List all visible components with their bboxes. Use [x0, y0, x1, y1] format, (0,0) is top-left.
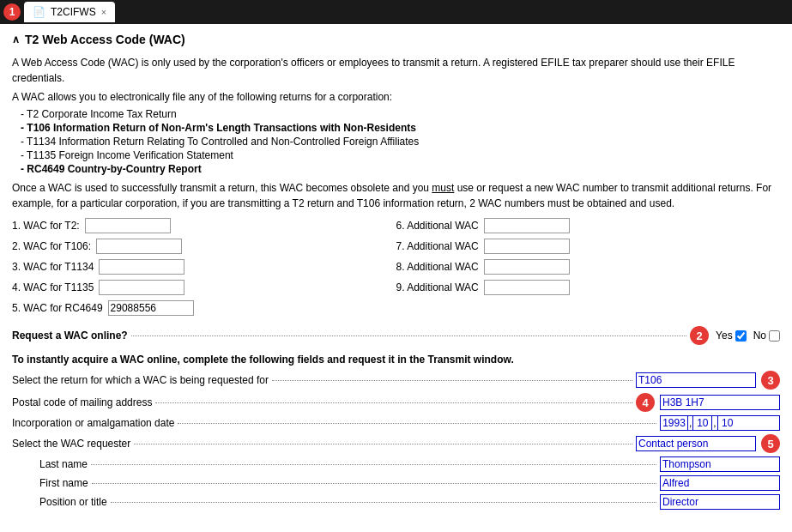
wac-label-5: 5. WAC for RC4649	[12, 302, 103, 314]
postal-field-label: Postal code of mailing address	[12, 396, 152, 408]
section-header: ∧ T2 Web Access Code (WAC)	[12, 33, 780, 46]
tab-label: T2CIFWS	[51, 6, 96, 18]
main-content: ∧ T2 Web Access Code (WAC) A Web Access …	[0, 24, 792, 532]
postal-badge: 4	[636, 393, 655, 412]
wac-input-2[interactable]	[96, 239, 182, 254]
return-field-input[interactable]	[636, 372, 756, 388]
section-title: T2 Web Access Code (WAC)	[25, 33, 185, 46]
wac-input-4[interactable]	[99, 280, 184, 295]
wac-label-6: 6. Additional WAC	[396, 220, 479, 232]
return-field-row: Select the return for which a WAC is bei…	[12, 371, 780, 390]
requester-badge: 5	[761, 434, 780, 453]
firstname-field-label: First name	[39, 477, 88, 489]
date-field-row: Incorporation or amalgamation date , ,	[12, 415, 780, 431]
requester-field-row: Select the WAC requester 5	[12, 434, 780, 453]
return-badge: 3	[761, 371, 780, 390]
list-item-0: - T2 Corporate Income Tax Return	[21, 108, 780, 120]
return-field-label: Select the return for which a WAC is bei…	[12, 374, 269, 386]
requester-field-label: Select the WAC requester	[12, 438, 130, 450]
postal-field-row: Postal code of mailing address 4	[12, 393, 780, 412]
date-year-input[interactable]	[661, 416, 688, 430]
requester-field-input[interactable]	[636, 436, 756, 451]
wac-left-column: 1. WAC for T2: 2. WAC for T106: 3. WAC f…	[12, 218, 396, 317]
lastname-field-input[interactable]	[660, 456, 780, 472]
intro-text-1: A Web Access Code (WAC) is only used by …	[12, 55, 780, 86]
position-field-row: Position or title	[26, 494, 780, 510]
request-wac-badge: 2	[690, 326, 709, 345]
firstname-field-input[interactable]	[660, 475, 780, 491]
return-dotted	[272, 380, 632, 381]
tab-t2cifws[interactable]: 📄 T2CIFWS ×	[24, 2, 115, 22]
wac-row-7: 7. Additional WAC	[396, 239, 781, 254]
date-dotted	[178, 423, 656, 424]
no-text: No	[753, 329, 766, 342]
wac-input-5[interactable]	[108, 300, 194, 316]
list-item-1: - T106 Information Return of Non-Arm's L…	[21, 122, 780, 134]
wac-label-3: 3. WAC for T1134	[12, 261, 94, 273]
wac-input-3[interactable]	[99, 259, 184, 275]
postal-dotted	[155, 402, 632, 403]
wac-input-9[interactable]	[484, 280, 570, 295]
date-field-label: Incorporation or amalgamation date	[12, 417, 174, 429]
position-field-input[interactable]	[660, 494, 780, 510]
firstname-field-row: First name	[26, 475, 780, 491]
collapse-arrow-icon[interactable]: ∧	[12, 33, 20, 45]
file-icon: 📄	[33, 6, 45, 18]
position-dotted	[111, 502, 656, 503]
wac-label-8: 8. Additional WAC	[396, 261, 479, 273]
no-label[interactable]: No	[753, 329, 780, 342]
wac-row-4: 4. WAC for T1135	[12, 280, 396, 295]
yes-no-group: Yes No	[716, 329, 780, 342]
wac-row-9: 9. Additional WAC	[396, 280, 781, 295]
wac-input-1[interactable]	[85, 218, 171, 233]
lastname-dotted	[91, 464, 656, 465]
date-month-input[interactable]	[693, 416, 712, 430]
lastname-field-label: Last name	[39, 458, 88, 470]
wac-right-column: 6. Additional WAC 7. Additional WAC 8. A…	[396, 218, 781, 317]
firstname-dotted	[92, 483, 656, 484]
wac-label-4: 4. WAC for T1135	[12, 281, 94, 293]
list-item-2: - T1134 Information Return Relating To C…	[21, 136, 780, 148]
tab-badge-1: 1	[3, 3, 21, 21]
wac-input-6[interactable]	[484, 218, 570, 233]
wac-input-7[interactable]	[484, 239, 570, 254]
request-wac-label: Request a WAC online?	[12, 329, 128, 342]
acquire-text: To instantly acquire a WAC online, compl…	[12, 354, 780, 366]
list-item-4: - RC4649 Country-by-Country Report	[21, 163, 780, 175]
obsolete-para: Once a WAC is used to successfully trans…	[12, 180, 780, 211]
lastname-field-row: Last name	[26, 456, 780, 472]
intro-text-2: A WAC allows you to electronically file …	[12, 89, 780, 105]
wac-row-6: 6. Additional WAC	[396, 218, 781, 233]
requester-dotted	[134, 444, 632, 444]
wac-grid: 1. WAC for T2: 2. WAC for T106: 3. WAC f…	[12, 218, 780, 317]
date-segmented-input[interactable]: , ,	[660, 415, 780, 431]
wac-label-7: 7. Additional WAC	[396, 240, 479, 252]
wac-row-5: 5. WAC for RC4649	[12, 300, 396, 316]
wac-input-8[interactable]	[484, 259, 570, 275]
wac-label-9: 9. Additional WAC	[396, 281, 479, 293]
wac-label-1: 1. WAC for T2:	[12, 220, 80, 232]
request-wac-row: Request a WAC online? 2 Yes No	[12, 326, 780, 345]
dotted-line-1	[131, 336, 686, 336]
wac-row-1: 1. WAC for T2:	[12, 218, 396, 233]
wac-row-8: 8. Additional WAC	[396, 259, 781, 275]
list-item-3: - T1135 Foreign Income Verification Stat…	[21, 149, 780, 161]
position-field-label: Position or title	[39, 496, 107, 508]
yes-label[interactable]: Yes	[716, 329, 747, 342]
tab-close-button[interactable]: ×	[101, 7, 106, 17]
tab-bar: 1 📄 T2CIFWS ×	[0, 0, 792, 24]
date-day-input[interactable]	[718, 416, 737, 430]
wac-row-2: 2. WAC for T106:	[12, 239, 396, 254]
postal-field-input[interactable]	[660, 395, 780, 410]
yes-checkbox[interactable]	[735, 330, 747, 342]
wac-label-2: 2. WAC for T106:	[12, 240, 91, 252]
wac-row-3: 3. WAC for T1134	[12, 259, 396, 275]
no-checkbox[interactable]	[769, 330, 780, 342]
yes-text: Yes	[716, 329, 733, 342]
